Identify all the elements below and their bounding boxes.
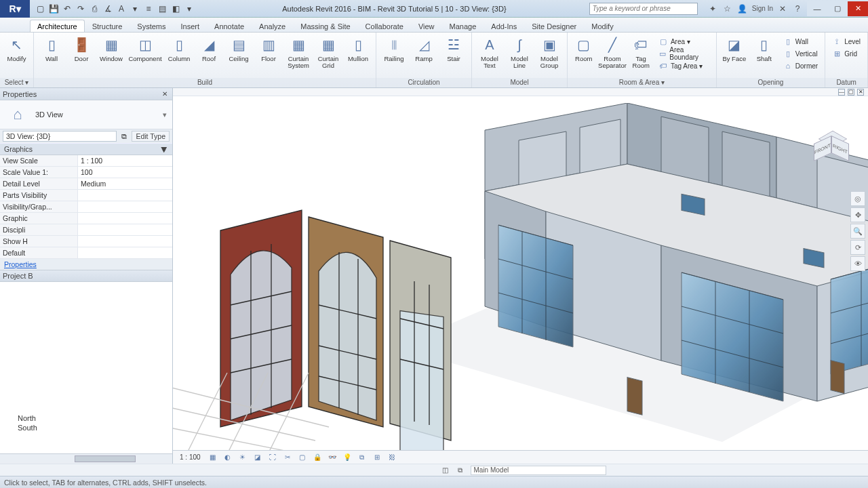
constraints-icon[interactable]: ⛓ bbox=[387, 452, 397, 463]
view-canvas[interactable]: TOP FRONT RIGHT ◎ ✥ 🔍 ⟳ 👁 bbox=[173, 96, 868, 450]
floor-tool[interactable]: ▥Floor bbox=[254, 34, 283, 64]
grid-tool[interactable]: ⊞Grid bbox=[829, 47, 863, 60]
search-input[interactable] bbox=[589, 3, 698, 15]
crop-icon[interactable]: ✂ bbox=[282, 452, 293, 463]
tag-room-tool[interactable]: 🏷Tag Room bbox=[627, 34, 654, 70]
minimize-button[interactable]: — bbox=[807, 1, 827, 16]
prop-value[interactable] bbox=[78, 224, 172, 236]
modify-tool[interactable]: ↖ Modify bbox=[3, 34, 31, 64]
design-option-selector[interactable]: Main Model bbox=[471, 466, 606, 475]
component-tool[interactable]: ◫Component bbox=[126, 34, 164, 64]
dormer-tool[interactable]: ⌂Dormer bbox=[781, 60, 821, 72]
tab-site-designer[interactable]: Site Designer bbox=[524, 20, 584, 32]
curtain-grid-tool[interactable]: ▦Curtain Grid bbox=[313, 34, 343, 70]
steering-wheel-icon[interactable]: ◎ bbox=[850, 191, 865, 206]
room-separator-tool[interactable]: ╱Room Separator bbox=[597, 34, 628, 70]
save-icon[interactable]: 💾 bbox=[47, 3, 60, 15]
open-icon[interactable]: ▢ bbox=[34, 3, 46, 15]
close-hidden-icon[interactable]: ◧ bbox=[170, 3, 182, 15]
view-minimize-button[interactable]: — bbox=[838, 89, 845, 96]
exchange-icon[interactable]: ✕ bbox=[777, 3, 788, 14]
thin-lines-icon[interactable]: ▤ bbox=[156, 3, 168, 15]
room-area-group-label[interactable]: Room & Area ▾ bbox=[568, 78, 716, 87]
ramp-tool[interactable]: ◿Ramp bbox=[409, 34, 439, 64]
curtain-wall-samples[interactable] bbox=[173, 203, 465, 450]
tab-collaborate[interactable]: Collaborate bbox=[358, 20, 411, 32]
sun-path-icon[interactable]: ☀ bbox=[237, 452, 248, 463]
properties-help-link[interactable]: Properties bbox=[0, 259, 172, 270]
tab-insert[interactable]: Insert bbox=[174, 20, 208, 32]
view-scale[interactable]: 1 : 100 bbox=[177, 453, 203, 461]
prop-value[interactable]: 1 : 100 bbox=[78, 155, 172, 167]
text-icon[interactable]: A bbox=[115, 3, 127, 15]
prop-value[interactable] bbox=[78, 247, 172, 259]
tab-massing-site[interactable]: Massing & Site bbox=[293, 20, 357, 32]
prop-value[interactable] bbox=[78, 201, 172, 213]
roof-tool[interactable]: ◢Roof bbox=[194, 34, 224, 64]
lock-3d-icon[interactable]: 🔒 bbox=[312, 452, 323, 463]
ceiling-tool[interactable]: ▤Ceiling bbox=[224, 34, 254, 64]
shaft-tool[interactable]: ▯Shaft bbox=[749, 34, 779, 64]
opening-wall-tool[interactable]: ▯Wall bbox=[781, 35, 821, 47]
user-icon[interactable]: 👤 bbox=[737, 3, 748, 14]
worksets-icon[interactable]: ◫ bbox=[441, 466, 450, 475]
opening-vertical-tool[interactable]: ▯Vertical bbox=[781, 47, 821, 60]
align-icon[interactable]: ≡ bbox=[142, 3, 155, 15]
prop-value[interactable]: 100 bbox=[78, 167, 172, 178]
project-browser-body[interactable]: North South bbox=[0, 282, 172, 453]
rendering-icon[interactable]: ⛶ bbox=[267, 452, 278, 463]
browser-node[interactable]: South bbox=[5, 423, 167, 432]
pan-icon[interactable]: ✥ bbox=[850, 207, 865, 222]
viewcube-right[interactable]: RIGHT bbox=[831, 136, 849, 161]
filter-icon[interactable]: ⧉ bbox=[119, 132, 129, 141]
switch-windows-icon[interactable]: ▾ bbox=[183, 3, 195, 15]
tab-annotate[interactable]: Annotate bbox=[207, 20, 252, 32]
area-boundary-tool[interactable]: ▭Area Boundary bbox=[656, 47, 712, 60]
sign-in-link[interactable]: Sign In bbox=[752, 5, 773, 12]
prop-value[interactable] bbox=[78, 190, 172, 201]
railing-tool[interactable]: ⫴Railing bbox=[379, 34, 409, 64]
tag-icon[interactable]: ▾ bbox=[129, 3, 141, 15]
window-tool[interactable]: ▦Window bbox=[96, 34, 126, 64]
view-maximize-button[interactable]: ▢ bbox=[848, 89, 854, 96]
tab-systems[interactable]: Systems bbox=[130, 20, 173, 32]
app-menu-button[interactable]: R▾ bbox=[0, 0, 30, 18]
maximize-button[interactable]: ▢ bbox=[827, 1, 848, 16]
level-tool[interactable]: ⟟Level bbox=[829, 35, 863, 47]
prop-value[interactable] bbox=[78, 213, 172, 224]
prop-value[interactable]: Medium bbox=[78, 178, 172, 190]
scrollbar-thumb[interactable] bbox=[75, 455, 136, 462]
editable-only-icon[interactable]: ⧉ bbox=[456, 466, 465, 475]
tab-analyze[interactable]: Analyze bbox=[252, 20, 293, 32]
mullion-tool[interactable]: ▯Mullion bbox=[343, 34, 373, 64]
redo-icon[interactable]: ↷ bbox=[75, 3, 87, 15]
infocenter-icon[interactable]: ✦ bbox=[707, 3, 718, 14]
model-line-tool[interactable]: ∫Model Line bbox=[505, 34, 534, 70]
by-face-tool[interactable]: ◪By Face bbox=[719, 34, 749, 64]
viewcube-front[interactable]: FRONT bbox=[814, 136, 831, 161]
tab-structure[interactable]: Structure bbox=[85, 20, 130, 32]
browser-node[interactable]: North bbox=[5, 413, 167, 423]
room-tool[interactable]: ▢Room bbox=[570, 34, 597, 64]
print-icon[interactable]: ⎙ bbox=[88, 3, 100, 15]
prop-value[interactable] bbox=[78, 236, 172, 247]
tab-manage[interactable]: Manage bbox=[442, 20, 484, 32]
column-tool[interactable]: ▯Column bbox=[164, 34, 194, 64]
orbit-icon[interactable]: ⟳ bbox=[850, 240, 865, 255]
model-text-tool[interactable]: AModel Text bbox=[475, 34, 505, 70]
model-group-tool[interactable]: ▣Model Group bbox=[534, 34, 564, 70]
close-button[interactable]: ✕ bbox=[848, 1, 868, 16]
select-dropdown[interactable]: Select ▾ bbox=[0, 78, 33, 87]
tab-architecture[interactable]: Architecture bbox=[30, 20, 85, 32]
door-tool[interactable]: 🚪Door bbox=[66, 34, 96, 64]
detail-level-icon[interactable]: ▦ bbox=[208, 452, 218, 463]
curtain-system-tool[interactable]: ▦Curtain System bbox=[283, 34, 313, 70]
help-icon[interactable]: ? bbox=[792, 3, 803, 14]
tag-area-tool[interactable]: 🏷Tag Area ▾ bbox=[656, 60, 712, 72]
view-cube[interactable]: TOP FRONT RIGHT bbox=[810, 129, 856, 175]
left-panel-scrollbar[interactable] bbox=[0, 453, 172, 464]
visual-style-icon[interactable]: ◐ bbox=[222, 452, 233, 463]
zoom-icon[interactable]: 🔍 bbox=[850, 224, 865, 239]
tab-add-ins[interactable]: Add-Ins bbox=[484, 20, 524, 32]
properties-close-button[interactable]: ✕ bbox=[160, 89, 170, 99]
